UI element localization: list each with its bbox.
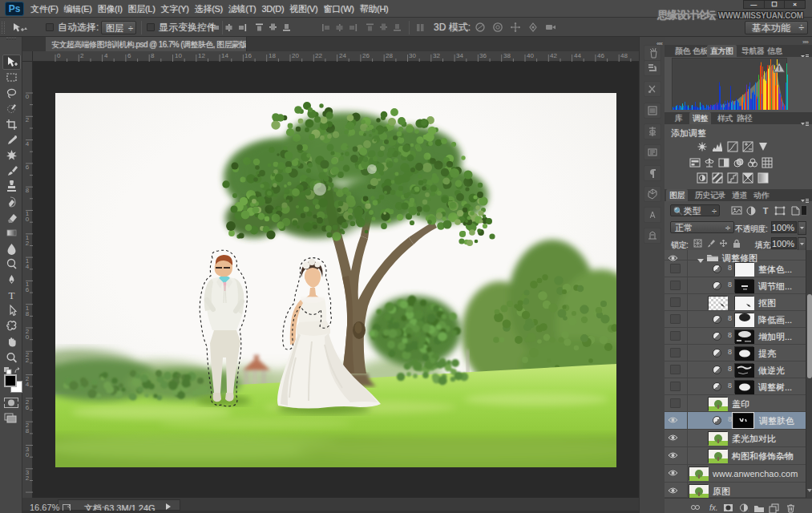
svg-text:A: A xyxy=(650,211,656,220)
svg-text:T: T xyxy=(9,289,15,301)
svg-text:T: T xyxy=(763,206,769,216)
svg-text:fx.: fx. xyxy=(709,503,718,512)
svg-text:!: ! xyxy=(778,64,781,72)
svg-text:.: . xyxy=(748,507,749,512)
